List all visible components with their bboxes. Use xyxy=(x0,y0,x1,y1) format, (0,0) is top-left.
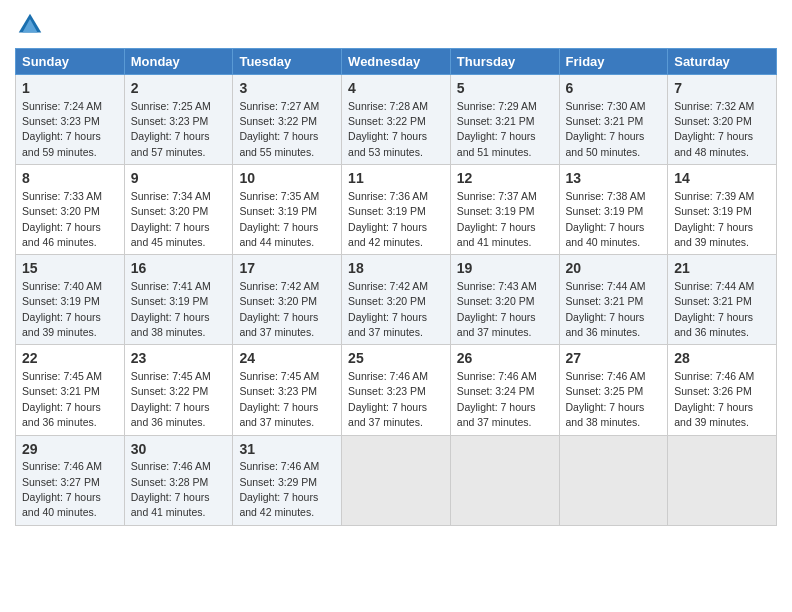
logo-icon xyxy=(15,10,45,40)
day-number: 7 xyxy=(674,79,770,99)
day-header-saturday: Saturday xyxy=(668,49,777,75)
day-info: Sunrise: 7:27 AMSunset: 3:22 PMDaylight:… xyxy=(239,100,319,158)
day-info: Sunrise: 7:46 AMSunset: 3:27 PMDaylight:… xyxy=(22,460,102,518)
day-info: Sunrise: 7:24 AMSunset: 3:23 PMDaylight:… xyxy=(22,100,102,158)
day-number: 19 xyxy=(457,259,553,279)
day-number: 22 xyxy=(22,349,118,369)
day-number: 10 xyxy=(239,169,335,189)
day-info: Sunrise: 7:46 AMSunset: 3:25 PMDaylight:… xyxy=(566,370,646,428)
calendar-cell: 30Sunrise: 7:46 AMSunset: 3:28 PMDayligh… xyxy=(124,435,233,525)
day-number: 27 xyxy=(566,349,662,369)
calendar-cell: 3Sunrise: 7:27 AMSunset: 3:22 PMDaylight… xyxy=(233,75,342,165)
day-info: Sunrise: 7:32 AMSunset: 3:20 PMDaylight:… xyxy=(674,100,754,158)
calendar-week-5: 29Sunrise: 7:46 AMSunset: 3:27 PMDayligh… xyxy=(16,435,777,525)
day-info: Sunrise: 7:35 AMSunset: 3:19 PMDaylight:… xyxy=(239,190,319,248)
day-number: 3 xyxy=(239,79,335,99)
day-info: Sunrise: 7:45 AMSunset: 3:23 PMDaylight:… xyxy=(239,370,319,428)
day-number: 16 xyxy=(131,259,227,279)
header xyxy=(15,10,777,40)
day-info: Sunrise: 7:37 AMSunset: 3:19 PMDaylight:… xyxy=(457,190,537,248)
calendar-cell: 29Sunrise: 7:46 AMSunset: 3:27 PMDayligh… xyxy=(16,435,125,525)
day-header-thursday: Thursday xyxy=(450,49,559,75)
day-number: 31 xyxy=(239,440,335,460)
day-number: 2 xyxy=(131,79,227,99)
calendar-cell: 12Sunrise: 7:37 AMSunset: 3:19 PMDayligh… xyxy=(450,165,559,255)
day-info: Sunrise: 7:40 AMSunset: 3:19 PMDaylight:… xyxy=(22,280,102,338)
calendar-cell: 25Sunrise: 7:46 AMSunset: 3:23 PMDayligh… xyxy=(342,345,451,435)
day-number: 12 xyxy=(457,169,553,189)
day-number: 15 xyxy=(22,259,118,279)
day-number: 24 xyxy=(239,349,335,369)
calendar-week-4: 22Sunrise: 7:45 AMSunset: 3:21 PMDayligh… xyxy=(16,345,777,435)
day-info: Sunrise: 7:46 AMSunset: 3:26 PMDaylight:… xyxy=(674,370,754,428)
calendar-cell: 7Sunrise: 7:32 AMSunset: 3:20 PMDaylight… xyxy=(668,75,777,165)
day-number: 8 xyxy=(22,169,118,189)
calendar-cell: 27Sunrise: 7:46 AMSunset: 3:25 PMDayligh… xyxy=(559,345,668,435)
calendar-cell xyxy=(668,435,777,525)
day-info: Sunrise: 7:34 AMSunset: 3:20 PMDaylight:… xyxy=(131,190,211,248)
calendar-cell: 6Sunrise: 7:30 AMSunset: 3:21 PMDaylight… xyxy=(559,75,668,165)
day-number: 28 xyxy=(674,349,770,369)
day-header-friday: Friday xyxy=(559,49,668,75)
day-number: 11 xyxy=(348,169,444,189)
day-info: Sunrise: 7:43 AMSunset: 3:20 PMDaylight:… xyxy=(457,280,537,338)
day-info: Sunrise: 7:29 AMSunset: 3:21 PMDaylight:… xyxy=(457,100,537,158)
day-info: Sunrise: 7:46 AMSunset: 3:24 PMDaylight:… xyxy=(457,370,537,428)
day-info: Sunrise: 7:36 AMSunset: 3:19 PMDaylight:… xyxy=(348,190,428,248)
day-info: Sunrise: 7:44 AMSunset: 3:21 PMDaylight:… xyxy=(674,280,754,338)
calendar-cell: 26Sunrise: 7:46 AMSunset: 3:24 PMDayligh… xyxy=(450,345,559,435)
calendar-cell: 15Sunrise: 7:40 AMSunset: 3:19 PMDayligh… xyxy=(16,255,125,345)
day-info: Sunrise: 7:46 AMSunset: 3:29 PMDaylight:… xyxy=(239,460,319,518)
logo xyxy=(15,10,49,40)
day-number: 13 xyxy=(566,169,662,189)
day-info: Sunrise: 7:46 AMSunset: 3:23 PMDaylight:… xyxy=(348,370,428,428)
calendar-cell: 16Sunrise: 7:41 AMSunset: 3:19 PMDayligh… xyxy=(124,255,233,345)
day-number: 18 xyxy=(348,259,444,279)
calendar-cell: 17Sunrise: 7:42 AMSunset: 3:20 PMDayligh… xyxy=(233,255,342,345)
day-number: 25 xyxy=(348,349,444,369)
day-info: Sunrise: 7:39 AMSunset: 3:19 PMDaylight:… xyxy=(674,190,754,248)
calendar-cell: 24Sunrise: 7:45 AMSunset: 3:23 PMDayligh… xyxy=(233,345,342,435)
calendar-cell: 22Sunrise: 7:45 AMSunset: 3:21 PMDayligh… xyxy=(16,345,125,435)
calendar-cell: 1Sunrise: 7:24 AMSunset: 3:23 PMDaylight… xyxy=(16,75,125,165)
day-header-wednesday: Wednesday xyxy=(342,49,451,75)
calendar-week-3: 15Sunrise: 7:40 AMSunset: 3:19 PMDayligh… xyxy=(16,255,777,345)
day-info: Sunrise: 7:45 AMSunset: 3:22 PMDaylight:… xyxy=(131,370,211,428)
day-number: 30 xyxy=(131,440,227,460)
calendar-cell: 4Sunrise: 7:28 AMSunset: 3:22 PMDaylight… xyxy=(342,75,451,165)
day-number: 29 xyxy=(22,440,118,460)
calendar-cell: 28Sunrise: 7:46 AMSunset: 3:26 PMDayligh… xyxy=(668,345,777,435)
day-info: Sunrise: 7:28 AMSunset: 3:22 PMDaylight:… xyxy=(348,100,428,158)
day-header-monday: Monday xyxy=(124,49,233,75)
calendar-cell: 18Sunrise: 7:42 AMSunset: 3:20 PMDayligh… xyxy=(342,255,451,345)
day-number: 4 xyxy=(348,79,444,99)
day-info: Sunrise: 7:44 AMSunset: 3:21 PMDaylight:… xyxy=(566,280,646,338)
day-number: 26 xyxy=(457,349,553,369)
day-number: 21 xyxy=(674,259,770,279)
day-number: 5 xyxy=(457,79,553,99)
day-info: Sunrise: 7:42 AMSunset: 3:20 PMDaylight:… xyxy=(239,280,319,338)
calendar-cell xyxy=(450,435,559,525)
calendar-cell: 8Sunrise: 7:33 AMSunset: 3:20 PMDaylight… xyxy=(16,165,125,255)
calendar-cell: 14Sunrise: 7:39 AMSunset: 3:19 PMDayligh… xyxy=(668,165,777,255)
calendar-cell xyxy=(342,435,451,525)
calendar-cell: 9Sunrise: 7:34 AMSunset: 3:20 PMDaylight… xyxy=(124,165,233,255)
day-info: Sunrise: 7:33 AMSunset: 3:20 PMDaylight:… xyxy=(22,190,102,248)
day-number: 14 xyxy=(674,169,770,189)
day-number: 23 xyxy=(131,349,227,369)
calendar-header-row: SundayMondayTuesdayWednesdayThursdayFrid… xyxy=(16,49,777,75)
day-number: 20 xyxy=(566,259,662,279)
day-number: 17 xyxy=(239,259,335,279)
day-number: 1 xyxy=(22,79,118,99)
calendar-cell: 23Sunrise: 7:45 AMSunset: 3:22 PMDayligh… xyxy=(124,345,233,435)
day-header-tuesday: Tuesday xyxy=(233,49,342,75)
day-info: Sunrise: 7:25 AMSunset: 3:23 PMDaylight:… xyxy=(131,100,211,158)
calendar-cell: 11Sunrise: 7:36 AMSunset: 3:19 PMDayligh… xyxy=(342,165,451,255)
day-info: Sunrise: 7:46 AMSunset: 3:28 PMDaylight:… xyxy=(131,460,211,518)
calendar-week-2: 8Sunrise: 7:33 AMSunset: 3:20 PMDaylight… xyxy=(16,165,777,255)
calendar-cell: 5Sunrise: 7:29 AMSunset: 3:21 PMDaylight… xyxy=(450,75,559,165)
calendar-cell: 13Sunrise: 7:38 AMSunset: 3:19 PMDayligh… xyxy=(559,165,668,255)
day-number: 6 xyxy=(566,79,662,99)
day-number: 9 xyxy=(131,169,227,189)
day-info: Sunrise: 7:38 AMSunset: 3:19 PMDaylight:… xyxy=(566,190,646,248)
